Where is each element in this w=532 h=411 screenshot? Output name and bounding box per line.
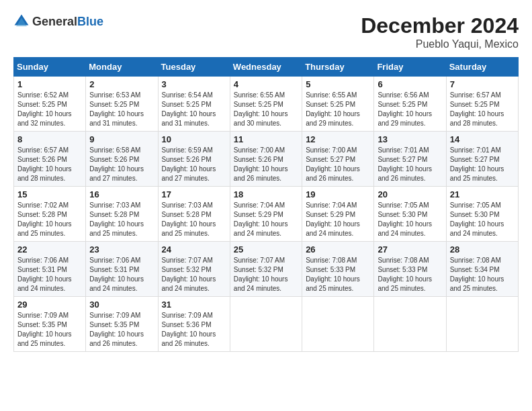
calendar-week-row: 15Sunrise: 7:02 AMSunset: 5:28 PMDayligh… bbox=[14, 187, 519, 242]
day-number: 24 bbox=[162, 244, 226, 255]
day-number: 25 bbox=[234, 244, 298, 255]
calendar-week-row: 29Sunrise: 7:09 AMSunset: 5:35 PMDayligh… bbox=[14, 297, 519, 352]
day-info: Sunrise: 7:01 AMSunset: 5:27 PMDaylight:… bbox=[450, 146, 515, 183]
calendar-day-cell: 13Sunrise: 7:01 AMSunset: 5:27 PMDayligh… bbox=[374, 132, 446, 187]
calendar-day-cell: 8Sunrise: 6:57 AMSunset: 5:26 PMDaylight… bbox=[14, 132, 86, 187]
day-number: 18 bbox=[234, 189, 298, 199]
day-number: 13 bbox=[378, 134, 442, 144]
day-number: 2 bbox=[89, 79, 154, 89]
day-number: 11 bbox=[234, 134, 298, 144]
day-info: Sunrise: 6:56 AMSunset: 5:25 PMDaylight:… bbox=[378, 91, 442, 128]
calendar-day-cell: 7Sunrise: 6:57 AMSunset: 5:25 PMDaylight… bbox=[446, 77, 518, 132]
calendar-empty-cell bbox=[446, 297, 518, 352]
weekday-header-wednesday: Wednesday bbox=[230, 58, 302, 77]
day-info: Sunrise: 7:08 AMSunset: 5:33 PMDaylight:… bbox=[306, 256, 370, 293]
calendar-day-cell: 16Sunrise: 7:03 AMSunset: 5:28 PMDayligh… bbox=[86, 187, 158, 242]
weekday-header-monday: Monday bbox=[86, 58, 158, 77]
weekday-header-sunday: Sunday bbox=[14, 58, 86, 77]
day-info: Sunrise: 7:08 AMSunset: 5:33 PMDaylight:… bbox=[378, 256, 442, 293]
calendar-day-cell: 4Sunrise: 6:55 AMSunset: 5:25 PMDaylight… bbox=[230, 77, 302, 132]
calendar-day-cell: 20Sunrise: 7:05 AMSunset: 5:30 PMDayligh… bbox=[374, 187, 446, 242]
day-info: Sunrise: 6:52 AMSunset: 5:25 PMDaylight:… bbox=[17, 91, 82, 128]
day-number: 8 bbox=[17, 134, 82, 144]
day-info: Sunrise: 7:00 AMSunset: 5:26 PMDaylight:… bbox=[234, 146, 298, 183]
location-subtitle: Pueblo Yaqui, Mexico bbox=[361, 38, 519, 50]
day-info: Sunrise: 6:54 AMSunset: 5:25 PMDaylight:… bbox=[162, 91, 226, 128]
calendar-day-cell: 22Sunrise: 7:06 AMSunset: 5:31 PMDayligh… bbox=[14, 242, 86, 297]
title-area: December 2024 Pueblo Yaqui, Mexico bbox=[361, 13, 519, 50]
day-info: Sunrise: 6:55 AMSunset: 5:25 PMDaylight:… bbox=[234, 91, 298, 128]
calendar-day-cell: 21Sunrise: 7:05 AMSunset: 5:30 PMDayligh… bbox=[446, 187, 518, 242]
day-info: Sunrise: 7:02 AMSunset: 5:28 PMDaylight:… bbox=[17, 201, 82, 238]
calendar-day-cell: 31Sunrise: 7:09 AMSunset: 5:36 PMDayligh… bbox=[158, 297, 230, 352]
calendar-day-cell: 3Sunrise: 6:54 AMSunset: 5:25 PMDaylight… bbox=[158, 77, 230, 132]
day-number: 14 bbox=[450, 134, 515, 144]
calendar-day-cell: 9Sunrise: 6:58 AMSunset: 5:26 PMDaylight… bbox=[86, 132, 158, 187]
day-number: 16 bbox=[89, 189, 154, 199]
day-info: Sunrise: 7:06 AMSunset: 5:31 PMDaylight:… bbox=[89, 256, 154, 293]
day-info: Sunrise: 7:03 AMSunset: 5:28 PMDaylight:… bbox=[162, 201, 226, 238]
day-info: Sunrise: 6:57 AMSunset: 5:26 PMDaylight:… bbox=[17, 146, 82, 183]
weekday-header-friday: Friday bbox=[374, 58, 446, 77]
month-year-title: December 2024 bbox=[361, 13, 519, 38]
day-number: 23 bbox=[89, 244, 154, 255]
day-info: Sunrise: 7:07 AMSunset: 5:32 PMDaylight:… bbox=[162, 256, 226, 293]
calendar-empty-cell bbox=[302, 297, 374, 352]
day-number: 17 bbox=[162, 189, 226, 199]
calendar-day-cell: 18Sunrise: 7:04 AMSunset: 5:29 PMDayligh… bbox=[230, 187, 302, 242]
calendar-day-cell: 28Sunrise: 7:08 AMSunset: 5:34 PMDayligh… bbox=[446, 242, 518, 297]
day-number: 21 bbox=[450, 189, 515, 199]
logo-text: GeneralBlue bbox=[32, 15, 103, 29]
day-info: Sunrise: 6:57 AMSunset: 5:25 PMDaylight:… bbox=[450, 91, 515, 128]
day-info: Sunrise: 7:03 AMSunset: 5:28 PMDaylight:… bbox=[89, 201, 154, 238]
day-info: Sunrise: 6:55 AMSunset: 5:25 PMDaylight:… bbox=[306, 91, 370, 128]
day-number: 26 bbox=[306, 244, 370, 255]
calendar-table: SundayMondayTuesdayWednesdayThursdayFrid… bbox=[13, 57, 519, 352]
day-info: Sunrise: 7:09 AMSunset: 5:35 PMDaylight:… bbox=[89, 311, 154, 349]
calendar-day-cell: 1Sunrise: 6:52 AMSunset: 5:25 PMDaylight… bbox=[14, 77, 86, 132]
calendar-day-cell: 11Sunrise: 7:00 AMSunset: 5:26 PMDayligh… bbox=[230, 132, 302, 187]
day-number: 12 bbox=[306, 134, 370, 144]
day-number: 5 bbox=[306, 79, 370, 89]
day-info: Sunrise: 6:58 AMSunset: 5:26 PMDaylight:… bbox=[89, 146, 154, 183]
day-number: 9 bbox=[89, 134, 154, 144]
day-number: 15 bbox=[17, 189, 82, 199]
calendar-day-cell: 24Sunrise: 7:07 AMSunset: 5:32 PMDayligh… bbox=[158, 242, 230, 297]
calendar-day-cell: 30Sunrise: 7:09 AMSunset: 5:35 PMDayligh… bbox=[86, 297, 158, 352]
weekday-header-saturday: Saturday bbox=[446, 58, 518, 77]
day-number: 20 bbox=[378, 189, 442, 199]
day-number: 27 bbox=[378, 244, 442, 255]
weekday-header-thursday: Thursday bbox=[302, 58, 374, 77]
calendar-day-cell: 10Sunrise: 6:59 AMSunset: 5:26 PMDayligh… bbox=[158, 132, 230, 187]
day-number: 6 bbox=[378, 79, 442, 89]
day-number: 10 bbox=[162, 134, 226, 144]
calendar-day-cell: 6Sunrise: 6:56 AMSunset: 5:25 PMDaylight… bbox=[374, 77, 446, 132]
day-info: Sunrise: 7:09 AMSunset: 5:36 PMDaylight:… bbox=[162, 311, 226, 349]
day-info: Sunrise: 7:01 AMSunset: 5:27 PMDaylight:… bbox=[378, 146, 442, 183]
calendar-day-cell: 14Sunrise: 7:01 AMSunset: 5:27 PMDayligh… bbox=[446, 132, 518, 187]
day-info: Sunrise: 7:05 AMSunset: 5:30 PMDaylight:… bbox=[378, 201, 442, 238]
day-number: 19 bbox=[306, 189, 370, 199]
day-info: Sunrise: 7:06 AMSunset: 5:31 PMDaylight:… bbox=[17, 256, 82, 293]
calendar-day-cell: 19Sunrise: 7:04 AMSunset: 5:29 PMDayligh… bbox=[302, 187, 374, 242]
calendar-day-cell: 23Sunrise: 7:06 AMSunset: 5:31 PMDayligh… bbox=[86, 242, 158, 297]
day-number: 28 bbox=[450, 244, 515, 255]
day-number: 4 bbox=[234, 79, 298, 89]
day-info: Sunrise: 7:05 AMSunset: 5:30 PMDaylight:… bbox=[450, 201, 515, 238]
day-number: 30 bbox=[89, 300, 154, 310]
calendar-week-row: 22Sunrise: 7:06 AMSunset: 5:31 PMDayligh… bbox=[14, 242, 519, 297]
weekday-header-tuesday: Tuesday bbox=[158, 58, 230, 77]
calendar-day-cell: 15Sunrise: 7:02 AMSunset: 5:28 PMDayligh… bbox=[14, 187, 86, 242]
calendar-day-cell: 5Sunrise: 6:55 AMSunset: 5:25 PMDaylight… bbox=[302, 77, 374, 132]
day-info: Sunrise: 7:00 AMSunset: 5:27 PMDaylight:… bbox=[306, 146, 370, 183]
calendar-empty-cell bbox=[230, 297, 302, 352]
calendar-day-cell: 12Sunrise: 7:00 AMSunset: 5:27 PMDayligh… bbox=[302, 132, 374, 187]
day-number: 31 bbox=[162, 300, 226, 310]
weekday-header-row: SundayMondayTuesdayWednesdayThursdayFrid… bbox=[14, 58, 519, 77]
calendar-week-row: 1Sunrise: 6:52 AMSunset: 5:25 PMDaylight… bbox=[14, 77, 519, 132]
day-info: Sunrise: 7:08 AMSunset: 5:34 PMDaylight:… bbox=[450, 256, 515, 293]
calendar-day-cell: 29Sunrise: 7:09 AMSunset: 5:35 PMDayligh… bbox=[14, 297, 86, 352]
calendar-day-cell: 17Sunrise: 7:03 AMSunset: 5:28 PMDayligh… bbox=[158, 187, 230, 242]
calendar-day-cell: 27Sunrise: 7:08 AMSunset: 5:33 PMDayligh… bbox=[374, 242, 446, 297]
day-number: 7 bbox=[450, 79, 515, 89]
